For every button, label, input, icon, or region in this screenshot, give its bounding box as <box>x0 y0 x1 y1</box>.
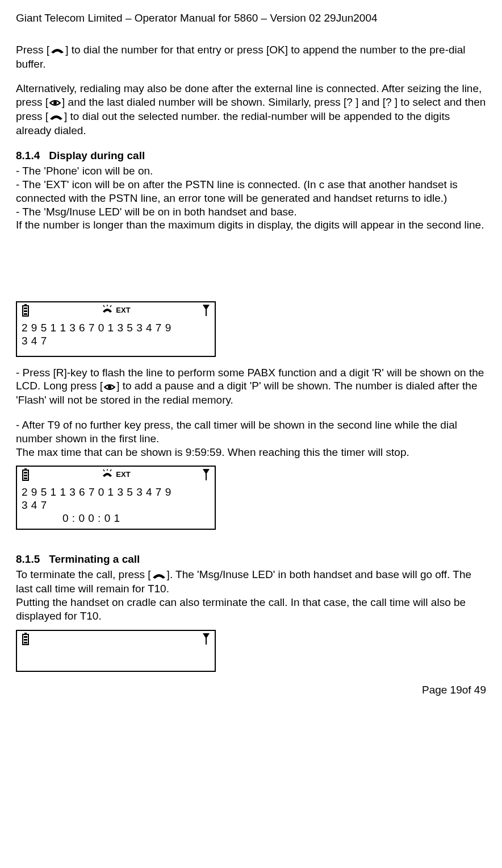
phone-off-hook-icon <box>50 44 65 57</box>
phone-off-hook-icon <box>152 569 166 583</box>
svg-rect-14 <box>24 636 27 638</box>
ext-label: EXT <box>116 470 130 479</box>
svg-point-0 <box>53 101 57 105</box>
svg-rect-10 <box>24 475 27 476</box>
section-815-body: To terminate the call, press []. The 'Ms… <box>16 568 486 622</box>
text-line: Putting the handset on cradle can also t… <box>16 596 486 623</box>
battery-icon <box>22 633 30 650</box>
svg-rect-15 <box>24 639 27 641</box>
section-title-text: Display during call <box>49 149 145 161</box>
lcd-display-2: EXT 2 9 5 1 1 3 6 7 0 1 3 5 3 4 7 9 3 4 … <box>16 466 216 529</box>
text-line: - The 'EXT' icon will be on after the PS… <box>16 178 486 205</box>
redial-eye-icon <box>49 96 61 110</box>
lcd-display-1: EXT 2 9 5 1 1 3 6 7 0 1 3 5 3 4 7 9 3 4 … <box>16 301 216 357</box>
section-number: 8.1.4 <box>16 149 40 163</box>
paragraph-redial: Alternatively, redialing may also be don… <box>16 82 486 137</box>
svg-rect-11 <box>24 477 27 479</box>
phone-off-hook-icon <box>49 110 64 124</box>
lcd-line-2: 3 4 7 <box>22 335 210 348</box>
svg-rect-16 <box>24 642 27 643</box>
text-line: - The 'Msg/Inuse LED' will be on in both… <box>16 205 486 219</box>
svg-rect-9 <box>24 472 27 474</box>
svg-rect-3 <box>24 308 27 309</box>
section-number: 8.1.5 <box>16 553 40 566</box>
svg-rect-4 <box>24 310 27 312</box>
text-line: The max time that can be shown is 9:59:5… <box>16 446 486 459</box>
text-line: - After T9 of no further key press, the … <box>16 418 486 446</box>
text: Press [ <box>16 44 49 56</box>
ext-label: EXT <box>116 306 130 315</box>
lcd-line-3: 0 : 0 0 : 0 1 <box>22 512 210 525</box>
paragraph-dial: Press [] to dial the number for that ent… <box>16 43 486 71</box>
phone-ringing-icon <box>101 469 114 485</box>
lcd-line-1: 2 9 5 1 1 3 6 7 0 1 3 5 3 4 7 9 <box>22 322 210 335</box>
phone-ringing-icon <box>101 305 114 321</box>
battery-icon <box>22 468 30 485</box>
lcd-line-2: 3 4 7 <box>22 499 210 512</box>
paragraph-timer: - After T9 of no further key press, the … <box>16 418 486 459</box>
lcd-icon-row: EXT <box>22 306 210 319</box>
lcd-line-1: 2 9 5 1 1 3 6 7 0 1 3 5 3 4 7 9 <box>22 486 210 499</box>
lcd-icon-row: EXT <box>22 470 210 484</box>
antenna-icon <box>202 304 210 321</box>
text: To terminate the call, press [ <box>16 568 151 580</box>
battery-icon <box>22 304 30 321</box>
section-814-body: - The 'Phone' icon will be on. - The 'EX… <box>16 164 486 232</box>
doc-header: Giant Telecom Limited – Operator Manual … <box>16 11 486 25</box>
text: ] to dial out the selected number. the r… <box>16 110 450 136</box>
redial-eye-icon <box>103 380 116 394</box>
text-line: If the number is longer than the maximum… <box>16 218 486 232</box>
svg-rect-5 <box>24 313 27 315</box>
text-line: - The 'Phone' icon will be on. <box>16 164 486 178</box>
paragraph-flash: - Press [R]-key to flash the line to per… <box>16 366 486 407</box>
lcd-icon-row <box>22 634 210 648</box>
page-footer: Page 19of 49 <box>16 683 486 697</box>
svg-point-6 <box>108 385 111 389</box>
antenna-icon <box>202 633 210 650</box>
antenna-icon <box>202 468 210 485</box>
section-header-815: 8.1.5Terminating a call <box>16 553 486 566</box>
section-header-814: 8.1.4Display during call <box>16 149 486 163</box>
text: ] to dial the number for that entry or p… <box>16 44 466 70</box>
section-title-text: Terminating a call <box>49 553 140 565</box>
lcd-display-3 <box>16 630 216 672</box>
